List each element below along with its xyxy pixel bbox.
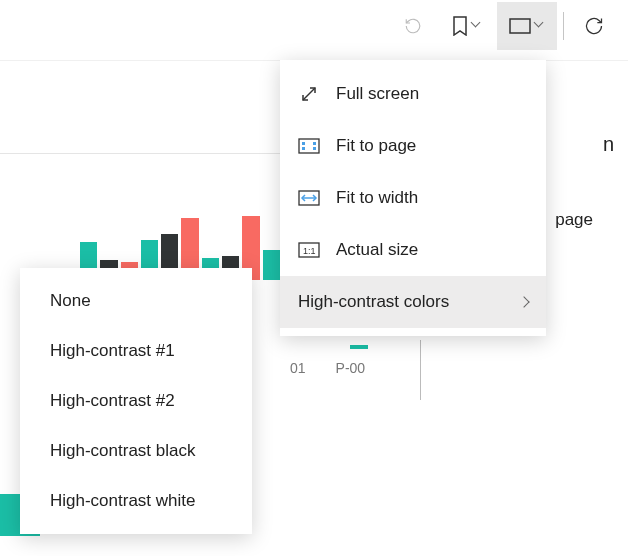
submenu-item-hc-black[interactable]: High-contrast black: [20, 426, 252, 476]
submenu-item-hc1[interactable]: High-contrast #1: [20, 326, 252, 376]
high-contrast-submenu: None High-contrast #1 High-contrast #2 H…: [20, 268, 252, 534]
view-rectangle-icon: [509, 18, 531, 34]
submenu-label: None: [50, 291, 91, 311]
svg-rect-5: [302, 147, 305, 150]
svg-rect-6: [313, 147, 316, 150]
toolbar: [389, 0, 628, 52]
svg-rect-0: [510, 19, 530, 33]
svg-rect-4: [313, 142, 316, 145]
menu-item-label: Full screen: [336, 84, 419, 104]
view-menu: Full screen Fit to page Fit to width 1:1…: [280, 60, 546, 336]
bookmark-icon: [452, 16, 468, 36]
submenu-label: High-contrast #1: [50, 341, 175, 361]
fit-width-icon: [298, 187, 320, 209]
chevron-down-icon: [472, 21, 482, 31]
submenu-item-hc2[interactable]: High-contrast #2: [20, 376, 252, 426]
fullscreen-icon: [298, 83, 320, 105]
submenu-label: High-contrast #2: [50, 391, 175, 411]
page-label: page: [555, 210, 593, 230]
truncated-text: n: [603, 133, 614, 156]
menu-item-label: High-contrast colors: [298, 292, 449, 312]
menu-item-actual-size[interactable]: 1:1 Actual size: [280, 224, 546, 276]
submenu-label: High-contrast black: [50, 441, 196, 461]
axis-ticks: 01 P-00: [290, 360, 365, 376]
menu-item-full-screen[interactable]: Full screen: [280, 68, 546, 120]
legend-swatch: [350, 345, 368, 349]
content-divider: [0, 64, 280, 154]
submenu-item-none[interactable]: None: [20, 276, 252, 326]
axis-tick: P-00: [336, 360, 366, 376]
chevron-down-icon: [535, 21, 545, 31]
toolbar-divider: [563, 12, 564, 40]
menu-item-label: Fit to page: [336, 136, 416, 156]
svg-rect-3: [302, 142, 305, 145]
refresh-icon: [584, 16, 604, 36]
svg-rect-2: [299, 139, 319, 153]
axis-tick: 01: [290, 360, 306, 376]
menu-item-fit-to-page[interactable]: Fit to page: [280, 120, 546, 172]
vertical-divider: [420, 340, 421, 400]
svg-line-1: [303, 88, 315, 100]
actual-size-icon: 1:1: [298, 239, 320, 261]
reset-button[interactable]: [389, 2, 437, 50]
submenu-label: High-contrast white: [50, 491, 196, 511]
menu-item-label: Actual size: [336, 240, 418, 260]
svg-text:1:1: 1:1: [303, 246, 316, 256]
reset-icon: [404, 17, 422, 35]
bookmark-button[interactable]: [437, 2, 497, 50]
chart-bar: [263, 250, 280, 280]
fit-page-icon: [298, 135, 320, 157]
view-button[interactable]: [497, 2, 557, 50]
menu-item-high-contrast[interactable]: High-contrast colors: [280, 276, 546, 328]
submenu-item-hc-white[interactable]: High-contrast white: [20, 476, 252, 526]
menu-item-fit-to-width[interactable]: Fit to width: [280, 172, 546, 224]
chevron-right-icon: [520, 298, 528, 306]
refresh-button[interactable]: [570, 2, 618, 50]
menu-item-label: Fit to width: [336, 188, 418, 208]
